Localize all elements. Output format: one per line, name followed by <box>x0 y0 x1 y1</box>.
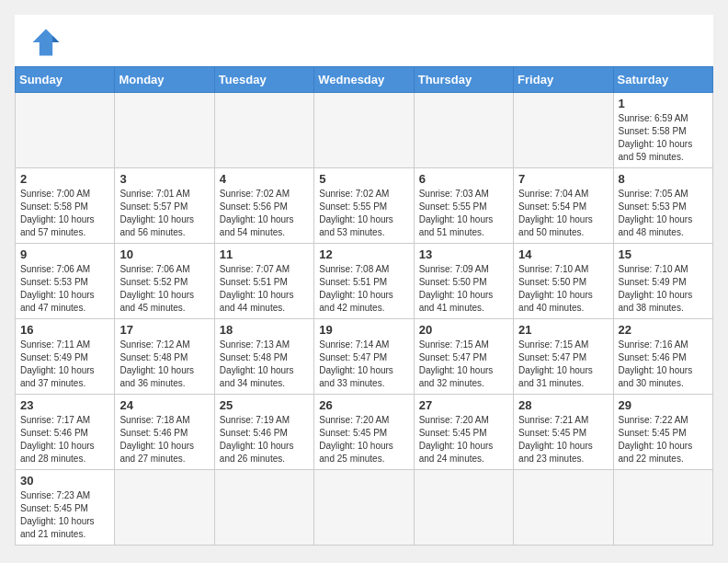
day-number: 28 <box>518 398 608 412</box>
calendar-cell: 19Sunrise: 7:14 AM Sunset: 5:47 PM Dayli… <box>314 319 414 395</box>
calendar-cell <box>314 93 414 168</box>
calendar-header-friday: Friday <box>514 67 613 93</box>
day-info: Sunrise: 7:04 AM Sunset: 5:54 PM Dayligh… <box>518 188 608 239</box>
day-info: Sunrise: 6:59 AM Sunset: 5:58 PM Dayligh… <box>619 112 708 164</box>
day-info: Sunrise: 7:11 AM Sunset: 5:49 PM Dayligh… <box>20 339 109 390</box>
day-info: Sunrise: 7:06 AM Sunset: 5:53 PM Dayligh… <box>20 263 109 315</box>
calendar-cell: 13Sunrise: 7:09 AM Sunset: 5:50 PM Dayli… <box>414 244 513 319</box>
day-info: Sunrise: 7:22 AM Sunset: 5:45 PM Dayligh… <box>619 414 708 465</box>
calendar-cell: 14Sunrise: 7:10 AM Sunset: 5:50 PM Dayli… <box>514 244 613 319</box>
day-number: 7 <box>518 172 608 186</box>
day-number: 22 <box>619 323 708 337</box>
calendar-header-thursday: Thursday <box>414 67 513 93</box>
day-number: 1 <box>619 97 708 110</box>
day-number: 12 <box>319 247 408 261</box>
calendar-cell: 11Sunrise: 7:07 AM Sunset: 5:51 PM Dayli… <box>214 244 313 319</box>
day-number: 26 <box>319 398 408 412</box>
calendar-cell: 12Sunrise: 7:08 AM Sunset: 5:51 PM Dayli… <box>314 244 414 319</box>
calendar-table: SundayMondayTuesdayWednesdayThursdayFrid… <box>15 66 713 546</box>
calendar-week-row: 30Sunrise: 7:23 AM Sunset: 5:45 PM Dayli… <box>16 470 713 546</box>
day-info: Sunrise: 7:00 AM Sunset: 5:58 PM Dayligh… <box>20 188 109 239</box>
calendar-cell <box>314 470 414 546</box>
calendar-cell: 28Sunrise: 7:21 AM Sunset: 5:45 PM Dayli… <box>514 395 613 470</box>
day-info: Sunrise: 7:01 AM Sunset: 5:57 PM Dayligh… <box>119 188 209 239</box>
calendar-cell: 22Sunrise: 7:16 AM Sunset: 5:46 PM Dayli… <box>613 319 712 395</box>
day-number: 11 <box>220 247 309 261</box>
calendar-cell: 23Sunrise: 7:17 AM Sunset: 5:46 PM Dayli… <box>16 395 115 470</box>
day-number: 25 <box>220 398 309 412</box>
calendar-cell <box>514 470 613 546</box>
calendar-cell <box>613 470 712 546</box>
calendar-header-wednesday: Wednesday <box>314 67 414 93</box>
day-number: 21 <box>518 323 608 337</box>
calendar-cell: 24Sunrise: 7:18 AM Sunset: 5:46 PM Dayli… <box>115 395 214 470</box>
day-number: 5 <box>319 172 408 186</box>
day-number: 19 <box>319 323 408 337</box>
day-info: Sunrise: 7:21 AM Sunset: 5:45 PM Dayligh… <box>518 414 608 465</box>
calendar-week-row: 1Sunrise: 6:59 AM Sunset: 5:58 PM Daylig… <box>16 93 713 168</box>
day-info: Sunrise: 7:23 AM Sunset: 5:45 PM Dayligh… <box>20 489 109 541</box>
day-info: Sunrise: 7:05 AM Sunset: 5:53 PM Dayligh… <box>619 188 708 239</box>
day-number: 9 <box>20 247 109 261</box>
calendar-cell: 17Sunrise: 7:12 AM Sunset: 5:48 PM Dayli… <box>115 319 214 395</box>
calendar-header-sunday: Sunday <box>16 67 115 93</box>
calendar-cell: 6Sunrise: 7:03 AM Sunset: 5:55 PM Daylig… <box>414 168 513 244</box>
calendar-week-row: 2Sunrise: 7:00 AM Sunset: 5:58 PM Daylig… <box>16 168 713 244</box>
day-number: 2 <box>20 172 109 186</box>
day-number: 15 <box>619 247 708 261</box>
day-number: 27 <box>419 398 508 412</box>
day-info: Sunrise: 7:03 AM Sunset: 5:55 PM Dayligh… <box>419 188 508 239</box>
calendar-cell: 3Sunrise: 7:01 AM Sunset: 5:57 PM Daylig… <box>115 168 214 244</box>
day-number: 8 <box>619 172 708 186</box>
calendar-header-tuesday: Tuesday <box>214 67 313 93</box>
day-info: Sunrise: 7:12 AM Sunset: 5:48 PM Dayligh… <box>119 339 209 390</box>
day-info: Sunrise: 7:13 AM Sunset: 5:48 PM Dayligh… <box>220 339 309 390</box>
calendar-cell: 4Sunrise: 7:02 AM Sunset: 5:56 PM Daylig… <box>214 168 313 244</box>
header <box>15 15 713 66</box>
day-info: Sunrise: 7:15 AM Sunset: 5:47 PM Dayligh… <box>419 339 508 390</box>
day-info: Sunrise: 7:09 AM Sunset: 5:50 PM Dayligh… <box>419 263 508 315</box>
day-number: 18 <box>220 323 309 337</box>
calendar-cell <box>514 93 613 168</box>
calendar-cell <box>16 93 115 168</box>
calendar-container: SundayMondayTuesdayWednesdayThursdayFrid… <box>15 15 713 546</box>
day-number: 6 <box>419 172 508 186</box>
calendar-cell: 26Sunrise: 7:20 AM Sunset: 5:45 PM Dayli… <box>314 395 414 470</box>
day-info: Sunrise: 7:10 AM Sunset: 5:50 PM Dayligh… <box>518 263 608 315</box>
day-info: Sunrise: 7:02 AM Sunset: 5:55 PM Dayligh… <box>319 188 408 239</box>
calendar-cell: 10Sunrise: 7:06 AM Sunset: 5:52 PM Dayli… <box>115 244 214 319</box>
day-number: 23 <box>20 398 109 412</box>
calendar-cell: 29Sunrise: 7:22 AM Sunset: 5:45 PM Dayli… <box>613 395 712 470</box>
day-number: 29 <box>619 398 708 412</box>
calendar-cell: 16Sunrise: 7:11 AM Sunset: 5:49 PM Dayli… <box>16 319 115 395</box>
day-info: Sunrise: 7:16 AM Sunset: 5:46 PM Dayligh… <box>619 339 708 390</box>
calendar-cell: 1Sunrise: 6:59 AM Sunset: 5:58 PM Daylig… <box>613 93 712 168</box>
calendar-cell: 7Sunrise: 7:04 AM Sunset: 5:54 PM Daylig… <box>514 168 613 244</box>
calendar-cell <box>214 93 313 168</box>
day-info: Sunrise: 7:02 AM Sunset: 5:56 PM Dayligh… <box>220 188 309 239</box>
day-number: 20 <box>419 323 508 337</box>
logo-icon <box>29 26 63 59</box>
day-number: 13 <box>419 247 508 261</box>
day-info: Sunrise: 7:18 AM Sunset: 5:46 PM Dayligh… <box>119 414 209 465</box>
calendar-cell: 2Sunrise: 7:00 AM Sunset: 5:58 PM Daylig… <box>16 168 115 244</box>
calendar-week-row: 9Sunrise: 7:06 AM Sunset: 5:53 PM Daylig… <box>16 244 713 319</box>
calendar-cell <box>115 93 214 168</box>
calendar-cell: 30Sunrise: 7:23 AM Sunset: 5:45 PM Dayli… <box>16 470 115 546</box>
day-info: Sunrise: 7:19 AM Sunset: 5:46 PM Dayligh… <box>220 414 309 465</box>
day-number: 30 <box>20 474 109 488</box>
calendar-cell: 27Sunrise: 7:20 AM Sunset: 5:45 PM Dayli… <box>414 395 513 470</box>
calendar-header-monday: Monday <box>115 67 214 93</box>
day-info: Sunrise: 7:20 AM Sunset: 5:45 PM Dayligh… <box>319 414 408 465</box>
day-info: Sunrise: 7:14 AM Sunset: 5:47 PM Dayligh… <box>319 339 408 390</box>
calendar-cell: 8Sunrise: 7:05 AM Sunset: 5:53 PM Daylig… <box>613 168 712 244</box>
day-number: 24 <box>119 398 209 412</box>
calendar-header-saturday: Saturday <box>613 67 712 93</box>
calendar-header-row: SundayMondayTuesdayWednesdayThursdayFrid… <box>16 67 713 93</box>
calendar-week-row: 16Sunrise: 7:11 AM Sunset: 5:49 PM Dayli… <box>16 319 713 395</box>
day-info: Sunrise: 7:17 AM Sunset: 5:46 PM Dayligh… <box>20 414 109 465</box>
calendar-cell <box>214 470 313 546</box>
logo <box>29 26 66 59</box>
calendar-cell: 5Sunrise: 7:02 AM Sunset: 5:55 PM Daylig… <box>314 168 414 244</box>
day-number: 16 <box>20 323 109 337</box>
